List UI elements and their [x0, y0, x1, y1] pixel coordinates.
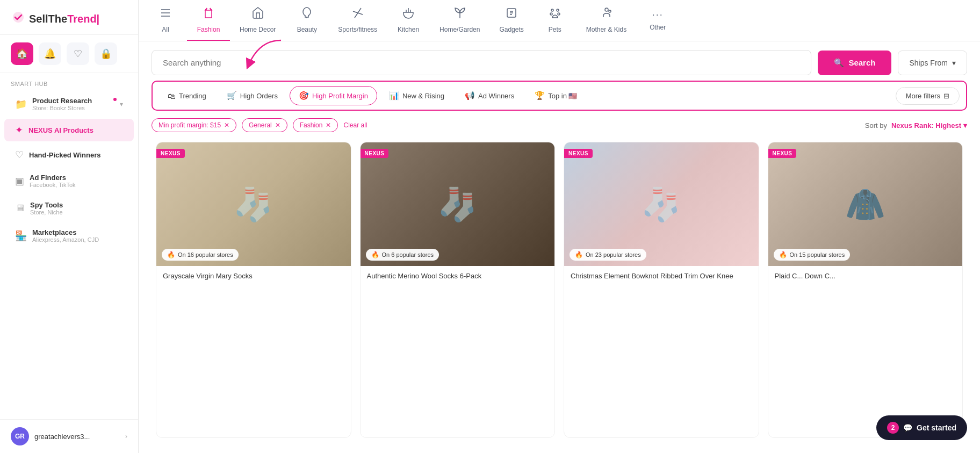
product-research-icon: 📁 [15, 98, 27, 110]
get-started-button[interactable]: 2 💬 Get started [876, 415, 967, 440]
filter-ad-winners[interactable]: 📢 Ad Winners [456, 87, 523, 105]
more-filters-button[interactable]: More filters ⊟ [896, 87, 960, 105]
product-badge-coat-1: NEXUS [768, 149, 797, 158]
product-emoji-socks-1: 🧦 [233, 185, 273, 224]
ships-from-dropdown[interactable]: Ships From ▾ [898, 51, 967, 75]
clear-all-link[interactable]: Clear all [343, 121, 367, 129]
product-card-coat-1[interactable]: NEXUS 🧥 🔥 On 15 popular stores Plaid C..… [768, 142, 963, 438]
home-decor-category-label: Home Decor [240, 26, 276, 33]
ad-finders-sub: Facebook, TikTok [30, 182, 123, 188]
spy-tools-icon: 🖥 [15, 203, 25, 214]
filter-high-orders[interactable]: 🛒 High Orders [218, 87, 286, 105]
sidebar-item-marketplaces[interactable]: 🏪 Marketplaces Aliexpress, Amazon, CJD [4, 223, 134, 248]
sort-value-dropdown[interactable]: Nexus Rank: Highest ▾ [891, 121, 967, 130]
bell-nav-wrapper: 🔔 [39, 42, 61, 65]
logo-area: SellTheTrend| [0, 0, 138, 35]
search-input[interactable] [152, 50, 811, 75]
filter-trending[interactable]: 🛍 Trending [159, 87, 215, 105]
svg-point-2 [551, 9, 553, 11]
sports-category-label: Sports/fitness [338, 26, 377, 33]
products-grid: NEXUS 🧦 🔥 On 16 popular stores Grayscale… [139, 138, 980, 453]
kitchen-category-label: Kitchen [398, 26, 419, 33]
filter-tag-profit-margin[interactable]: Min profit margin: $15 ✕ [152, 118, 236, 132]
high-orders-icon: 🛒 [227, 91, 237, 100]
filter-tag-close-fashion[interactable]: ✕ [326, 121, 331, 129]
sidebar-item-product-research[interactable]: 📁 Product Research Store: Bookz Stores ▾ [4, 91, 134, 117]
category-other[interactable]: ··· Other [636, 3, 679, 39]
product-emoji-coat-1: 🧥 [845, 185, 885, 224]
pets-category-icon [549, 6, 561, 23]
chat-icon: 💬 [903, 423, 912, 432]
ships-from-label: Ships From [909, 59, 948, 67]
product-card-socks-2[interactable]: NEXUS 🧦 🔥 On 6 popular stores Authentic … [360, 142, 556, 438]
filter-new-rising[interactable]: 📊 New & Rising [380, 87, 453, 105]
popular-stores-socks-3: 🔥 On 23 popular stores [570, 249, 646, 261]
fire-icon-3: 🔥 [575, 251, 583, 258]
search-icon: 🔍 [834, 58, 844, 68]
sidebar-item-ad-finders[interactable]: ▣ Ad Finders Facebook, TikTok [4, 168, 134, 193]
home-decor-category-icon [251, 6, 264, 23]
marketplaces-sub: Aliexpress, Amazon, CJD [32, 236, 123, 243]
product-image-socks-1: NEXUS 🧦 🔥 On 16 popular stores [156, 142, 351, 266]
sidebar-item-nexus-ai[interactable]: ✦ NEXUS AI Products [4, 119, 134, 141]
filter-high-profit[interactable]: 🎯 High Profit Margin [290, 86, 377, 105]
svg-point-7 [609, 10, 611, 12]
filter-icon-symbol: ⊟ [943, 92, 949, 100]
other-category-label: Other [650, 24, 666, 31]
category-sports[interactable]: Sports/fitness [328, 0, 387, 41]
product-name-coat-1: Plaid C... Down C... [775, 271, 956, 281]
filter-tag-close-profit[interactable]: ✕ [224, 121, 229, 129]
product-card-socks-1[interactable]: NEXUS 🧦 🔥 On 16 popular stores Grayscale… [156, 142, 351, 438]
fashion-category-label: Fashion [197, 26, 220, 33]
category-mother-kids[interactable]: Mother & Kids [577, 0, 636, 41]
filter-tag-general[interactable]: General ✕ [242, 118, 287, 132]
category-fashion[interactable]: Fashion [187, 0, 230, 41]
home-garden-category-label: Home/Garden [439, 26, 480, 33]
product-card-socks-3[interactable]: NEXUS 🧦 🔥 On 23 popular stores Christmas… [564, 142, 759, 438]
home-nav-button[interactable]: 🏠 [11, 42, 33, 65]
filter-tag-close-general[interactable]: ✕ [275, 121, 280, 129]
spy-tools-sub: Store, Niche [30, 209, 123, 215]
nav-icons-bar: 🏠 🔔 ♡ 🔒 [0, 35, 138, 73]
smart-hub-label: Smart Hub [0, 73, 138, 90]
other-category-icon: ··· [652, 9, 664, 20]
product-image-socks-3: NEXUS 🧦 🔥 On 23 popular stores [564, 142, 759, 266]
hand-picked-icon: ♡ [15, 149, 24, 161]
gadgets-category-label: Gadgets [499, 26, 523, 33]
product-name-socks-1: Grayscale Virgin Mary Socks [163, 271, 344, 281]
sidebar-item-spy-tools[interactable]: 🖥 Spy Tools Store, Niche [4, 196, 134, 221]
main-content: All Fashion Home Decor [139, 0, 980, 453]
sidebar-item-hand-picked[interactable]: ♡ Hand-Picked Winners [4, 143, 134, 166]
category-home-garden[interactable]: Home/Garden [430, 0, 489, 41]
product-research-arrow: ▾ [120, 100, 123, 108]
category-gadgets[interactable]: Gadgets [489, 0, 533, 41]
category-pets[interactable]: Pets [534, 0, 577, 41]
nexus-ai-title: NEXUS AI Products [28, 126, 123, 134]
product-image-socks-2: NEXUS 🧦 🔥 On 6 popular stores [361, 142, 555, 266]
fashion-category-icon [202, 6, 215, 23]
bell-nav-button[interactable]: 🔔 [39, 42, 61, 65]
user-profile-area[interactable]: GR greatachievers3... › [0, 419, 138, 453]
category-all[interactable]: All [144, 0, 187, 41]
high-profit-icon: 🎯 [299, 91, 309, 100]
svg-point-6 [605, 8, 608, 11]
heart-nav-button[interactable]: ♡ [67, 42, 89, 65]
logo-text: SellTheTrend| [29, 13, 99, 25]
popular-stores-socks-2: 🔥 On 6 popular stores [366, 249, 439, 261]
filter-tag-fashion[interactable]: Fashion ✕ [293, 118, 338, 132]
hand-picked-title: Hand-Picked Winners [29, 151, 123, 159]
pets-category-label: Pets [549, 26, 561, 33]
beauty-category-icon [300, 6, 313, 23]
beauty-category-label: Beauty [297, 26, 317, 33]
user-arrow-icon: › [125, 433, 127, 440]
category-home-decor[interactable]: Home Decor [230, 0, 285, 41]
category-beauty[interactable]: Beauty [285, 0, 328, 41]
lock-nav-button[interactable]: 🔒 [95, 42, 117, 65]
search-button[interactable]: 🔍 Search [818, 51, 891, 75]
category-kitchen[interactable]: Kitchen [387, 0, 430, 41]
product-badge-socks-1: NEXUS [156, 149, 185, 158]
filter-top-in[interactable]: 🏆 Top in 🇺🇸 [526, 87, 586, 105]
product-name-socks-3: Christmas Element Bowknot Ribbed Trim Ov… [571, 271, 752, 281]
marketplaces-title: Marketplaces [32, 228, 123, 236]
username: greatachievers3... [34, 433, 90, 441]
